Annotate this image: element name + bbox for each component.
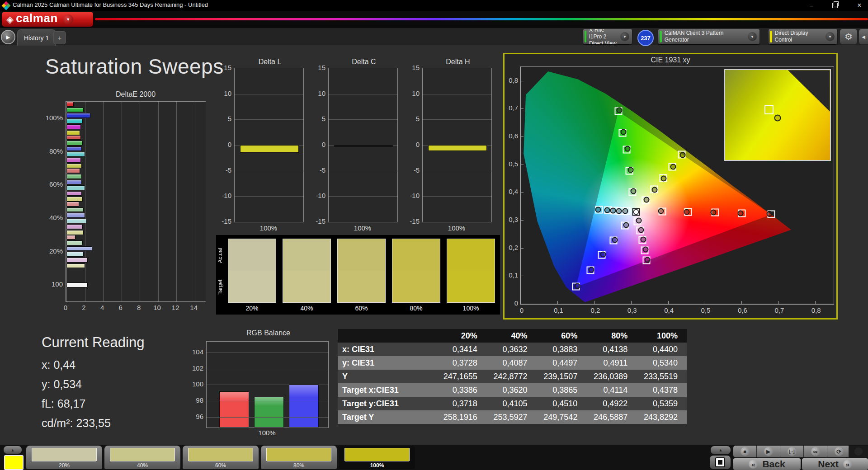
patch-swatch	[266, 448, 331, 461]
swatch-box	[283, 239, 331, 303]
chevron-down-icon[interactable]: ▼	[63, 14, 73, 24]
rgb-balance-chart: RGB Balance 100% 1041021009896	[188, 329, 333, 437]
calman-logo-text: calman	[16, 11, 58, 25]
bar	[66, 219, 87, 224]
axis-tick: 96	[188, 413, 203, 420]
table-header-cell: 60%	[537, 329, 587, 343]
table-cell: 0,3620	[486, 383, 537, 397]
group-label: 80%	[43, 147, 63, 155]
green-measured-marker	[625, 146, 631, 152]
table-cell: 0,3414	[436, 343, 486, 356]
x-axis-tick: 0,1	[552, 306, 565, 314]
table-cell: 0,4400	[637, 343, 687, 356]
bar	[66, 108, 84, 113]
bar	[66, 168, 80, 173]
expand-transport-button[interactable]: ▲	[711, 446, 731, 454]
meter-reading-badge[interactable]: 237	[637, 30, 654, 46]
calman-menu-button[interactable]: ◈ calman ▼	[2, 12, 93, 27]
play-button[interactable]: ▶	[757, 446, 780, 457]
workflow-nav-button[interactable]: ▶	[1, 30, 15, 44]
chart-title: Delta C	[328, 58, 400, 66]
x-axis-tick: 0,4	[663, 306, 675, 314]
chart-title: RGB Balance	[206, 329, 330, 337]
pattern-step-button[interactable]: [··]	[780, 446, 804, 457]
bar-group	[66, 268, 206, 301]
chevron-left-icon: «	[749, 460, 758, 469]
back-button[interactable]: « Back	[733, 458, 801, 470]
target-swatch	[228, 271, 276, 302]
table-header-cell: 20%	[436, 329, 486, 343]
display-control-button[interactable]: Direct Display Control ▼	[769, 29, 837, 44]
bar	[66, 230, 84, 235]
group-label: 100	[43, 280, 63, 288]
pattern-window-button[interactable]	[710, 456, 731, 469]
gridline	[329, 94, 397, 94]
bar	[66, 213, 85, 218]
axis-tick: -10	[405, 192, 420, 199]
axis-label: 100%	[206, 429, 328, 437]
play-icon: ▶	[764, 447, 773, 456]
white-point-measured	[633, 209, 639, 215]
pattern-generator-label: CalMAN Client 3 Pattern Generator	[665, 30, 744, 43]
meter-device-button[interactable]: X-Rite i1Pro 2 Direct View ▼	[583, 29, 632, 44]
gear-icon[interactable]: ⚙	[840, 29, 857, 44]
minimize-button[interactable]: –	[804, 0, 819, 10]
chevron-down-icon[interactable]: ▼	[826, 32, 835, 41]
swatch-label: 60%	[337, 305, 386, 312]
collapse-panel-button[interactable]: ◀	[859, 29, 868, 44]
red-bar	[219, 391, 249, 428]
table-cell: 0,4114	[586, 383, 637, 397]
blue-measured-marker	[574, 283, 580, 289]
axis-label: 100%	[422, 224, 491, 232]
pattern-generator-button[interactable]: CalMAN Client 3 Pattern Generator ▼	[658, 29, 760, 44]
tick-mark	[705, 301, 705, 304]
active-test-patch[interactable]	[4, 455, 24, 470]
table-cell: 0,4087	[486, 356, 537, 370]
meter-mode: Direct View	[589, 40, 617, 45]
bar	[66, 152, 85, 157]
stop-button[interactable]: ■	[733, 446, 757, 457]
spectrum-gradient-bar	[95, 18, 868, 20]
add-tab-button[interactable]: +	[53, 31, 66, 44]
bar	[66, 102, 74, 107]
patch-card-80%[interactable]: 80%	[261, 446, 337, 469]
bar	[66, 197, 83, 202]
axis-tick: 14	[190, 304, 198, 311]
bar	[66, 130, 80, 135]
tick-mark	[521, 248, 524, 249]
gridline	[207, 352, 328, 353]
gridline	[207, 417, 328, 418]
table-cell: 0,3386	[436, 383, 486, 397]
close-button[interactable]: ×	[852, 0, 867, 10]
patch-card-60%[interactable]: 60%	[183, 446, 259, 469]
table-cell: 0,5340	[637, 356, 687, 370]
expand-patches-button[interactable]: ▲	[4, 446, 22, 454]
magenta-measured-marker	[638, 227, 644, 233]
next-button[interactable]: Next »	[802, 458, 868, 470]
tab-history-1[interactable]: History 1	[17, 29, 56, 46]
chevron-down-icon[interactable]: ▼	[620, 32, 629, 41]
bar-group	[66, 168, 206, 202]
tick-mark	[778, 301, 779, 304]
cyan-measured-marker	[623, 208, 628, 214]
axis-tick: 0	[217, 141, 231, 148]
target-swatch	[338, 271, 385, 302]
actual-target-swatch-panel: Actual Target 20%40%60%80%100%	[216, 235, 500, 315]
logo-row: ◈ calman ▼	[0, 11, 868, 28]
continuous-read-button[interactable]: ∞	[804, 446, 827, 457]
actual-row-label: Actual	[217, 240, 226, 270]
axis-tick: 6	[118, 304, 122, 311]
table-cell: 242,8772	[486, 370, 537, 383]
group-label: 40%	[43, 214, 63, 221]
bar-group	[66, 202, 206, 235]
red-measured-marker	[710, 209, 716, 215]
chevron-down-icon[interactable]: ▼	[748, 32, 757, 41]
restore-button[interactable]	[827, 0, 843, 10]
axis-tick: 10	[153, 304, 161, 311]
refresh-button[interactable]: ⟳	[827, 446, 851, 457]
patch-card-100%[interactable]: 100%	[339, 446, 415, 469]
tick-mark	[557, 301, 558, 304]
patch-card-40%[interactable]: 40%	[104, 446, 180, 469]
table-cell: 239,1507	[537, 370, 587, 383]
patch-card-20%[interactable]: 20%	[26, 446, 102, 469]
